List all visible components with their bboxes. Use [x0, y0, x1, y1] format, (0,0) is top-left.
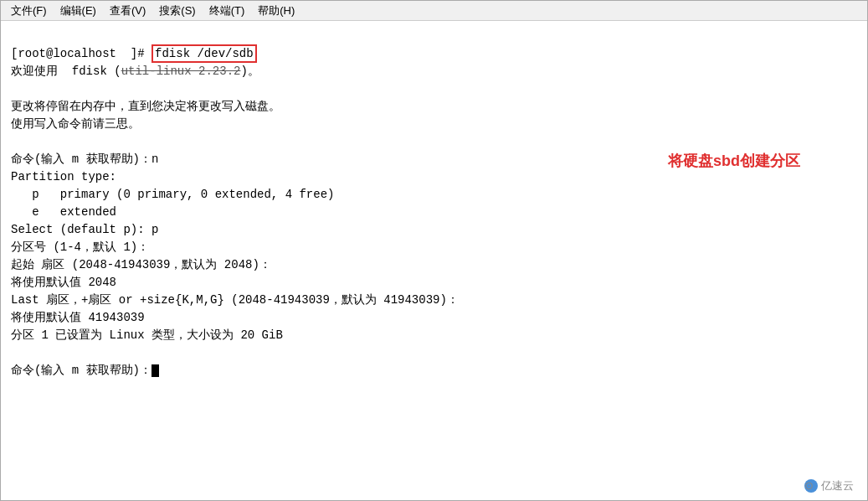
watermark-text: 亿速云	[821, 478, 854, 493]
terminal-cursor	[152, 364, 159, 377]
watermark-icon: ⊙	[804, 479, 818, 493]
menubar: 文件(F) 编辑(E) 查看(V) 搜索(S) 终端(T) 帮助(H)	[1, 1, 867, 21]
line10: e extended	[11, 205, 116, 219]
prompt-line1: [root@localhost ]# fdisk /dev/sdb	[11, 44, 257, 63]
terminal-area[interactable]: [root@localhost ]# fdisk /dev/sdb 欢迎使用 f…	[1, 21, 867, 500]
watermark: ⊙ 亿速云	[804, 478, 854, 493]
menu-terminal[interactable]: 终端(T)	[203, 2, 252, 20]
annotation-label: 将硬盘sbd创建分区	[668, 151, 800, 171]
strikethrough-text: util-linux 2.23.2	[121, 65, 241, 78]
line12: 分区号 (1-4，默认 1)：	[11, 240, 149, 254]
line7: 命令(输入 m 获取帮助)：n	[11, 152, 158, 166]
line13: 起始 扇区 (2048-41943039，默认为 2048)：	[11, 258, 271, 271]
line5: 使用写入命令前请三思。	[11, 117, 140, 131]
line11: Select (default p): p	[11, 223, 158, 236]
menu-help[interactable]: 帮助(H)	[251, 2, 301, 20]
terminal-window: 文件(F) 编辑(E) 查看(V) 搜索(S) 终端(T) 帮助(H) [roo…	[0, 0, 868, 501]
line8: Partition type:	[11, 170, 116, 183]
line2: 欢迎使用 fdisk (util-linux 2.23.2)。	[11, 65, 259, 78]
prompt-line-final: 命令(输入 m 获取帮助)：	[11, 364, 159, 377]
line15: Last 扇区，+扇区 or +size{K,M,G} (2048-419430…	[11, 293, 459, 307]
line17: 分区 1 已设置为 Linux 类型，大小设为 20 GiB	[11, 328, 283, 342]
menu-edit[interactable]: 编辑(E)	[54, 2, 103, 20]
line14: 将使用默认值 2048	[11, 276, 116, 289]
line9: p primary (0 primary, 0 extended, 4 free…	[11, 188, 334, 201]
line4: 更改将停留在内存中，直到您决定将更改写入磁盘。	[11, 100, 280, 113]
menu-search[interactable]: 搜索(S)	[152, 2, 202, 20]
terminal-output: [root@localhost ]# fdisk /dev/sdb 欢迎使用 f…	[11, 28, 857, 415]
menu-file[interactable]: 文件(F)	[4, 2, 54, 20]
line16: 将使用默认值 41943039	[11, 311, 145, 324]
menu-view[interactable]: 查看(V)	[103, 2, 152, 20]
command-highlight: fdisk /dev/sdb	[152, 44, 257, 63]
